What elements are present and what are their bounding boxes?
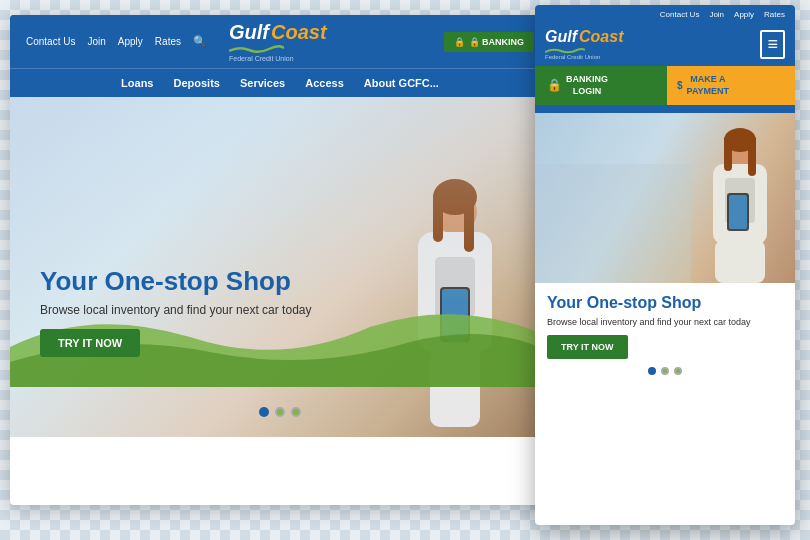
desktop-logo-subtitle: Federal Credit Union xyxy=(229,55,294,62)
mobile-cta-buttons: 🔒 BANKING LOGIN $ MAKE A PAYMENT xyxy=(535,66,795,113)
desktop-join-link[interactable]: Join xyxy=(87,36,105,47)
desktop-try-button[interactable]: TRY IT NOW xyxy=(40,329,140,357)
svg-rect-14 xyxy=(715,240,765,283)
desktop-carousel-dots xyxy=(259,407,301,417)
desktop-dot-1[interactable] xyxy=(259,407,269,417)
desktop-contact-link[interactable]: Contact Us xyxy=(26,36,75,47)
mobile-logo-subtitle: Federal Credit Union xyxy=(545,54,600,60)
mobile-apply-link[interactable]: Apply xyxy=(734,10,754,19)
desktop-screenshot: Contact Us Join Apply Rates 🔍 Gulf Coast… xyxy=(10,15,550,505)
mobile-banking-label-1: BANKING xyxy=(566,74,608,86)
mobile-logo-bar: Gulf Coast Federal Credit Union ≡ xyxy=(535,24,795,66)
mobile-payment-label-2: PAYMENT xyxy=(687,86,730,98)
mobile-payment-label-1: MAKE A xyxy=(687,74,730,86)
desktop-hero-subtitle: Browse local inventory and find your nex… xyxy=(40,303,311,317)
hamburger-menu-icon[interactable]: ≡ xyxy=(760,30,785,59)
desktop-dot-2[interactable] xyxy=(275,407,285,417)
mobile-dot-1[interactable] xyxy=(648,367,656,375)
desktop-rates-link[interactable]: Rates xyxy=(155,36,181,47)
desktop-apply-link[interactable]: Apply xyxy=(118,36,143,47)
desktop-nav-deposits[interactable]: Deposits xyxy=(173,77,219,89)
desktop-nav-about[interactable]: About GCFC... xyxy=(364,77,439,89)
svg-rect-16 xyxy=(724,136,732,171)
mobile-logo: Gulf Coast Federal Credit Union xyxy=(545,28,623,60)
desktop-nav-loans[interactable]: Loans xyxy=(121,77,153,89)
desktop-hero-title: Your One-stop Shop xyxy=(40,266,311,297)
svg-rect-17 xyxy=(748,136,756,176)
desktop-logo-gulf: Gulf xyxy=(229,21,269,44)
mobile-dot-3[interactable] xyxy=(674,367,682,375)
desktop-logo-wave xyxy=(229,44,284,54)
desktop-hero-content: Your One-stop Shop Browse local inventor… xyxy=(40,266,311,357)
desktop-banking-button[interactable]: 🔒 🔒 BANKING xyxy=(444,32,535,52)
mobile-logo-coast: Coast xyxy=(579,28,623,46)
mobile-carousel-dots xyxy=(535,359,795,383)
mobile-logo-wave xyxy=(545,46,585,54)
mobile-try-button[interactable]: TRY IT NOW xyxy=(547,335,628,359)
mobile-screenshot: Contact Us Join Apply Rates Gulf Coast F… xyxy=(535,5,795,525)
svg-rect-13 xyxy=(729,195,747,229)
mobile-rates-link[interactable]: Rates xyxy=(764,10,785,19)
desktop-nav: Loans Deposits Services Access About GCF… xyxy=(10,68,550,97)
dollar-icon: $ xyxy=(677,79,683,92)
mobile-hero-title: Your One-stop Shop xyxy=(547,293,783,312)
desktop-dot-3[interactable] xyxy=(291,407,301,417)
mobile-hero-subtitle: Browse local inventory and find your nex… xyxy=(547,317,783,327)
mobile-banking-label-2: LOGIN xyxy=(566,86,608,98)
mobile-header: Contact Us Join Apply Rates Gulf Coast F… xyxy=(535,5,795,113)
desktop-nav-services[interactable]: Services xyxy=(240,77,285,89)
mobile-dot-2[interactable] xyxy=(661,367,669,375)
mobile-banking-button[interactable]: 🔒 BANKING LOGIN xyxy=(535,66,667,105)
mobile-payment-button[interactable]: $ MAKE A PAYMENT xyxy=(667,66,795,105)
mobile-hero xyxy=(535,113,795,283)
mobile-contact-link[interactable]: Contact Us xyxy=(660,10,700,19)
desktop-header: Contact Us Join Apply Rates 🔍 Gulf Coast… xyxy=(10,15,550,97)
desktop-hero: Your One-stop Shop Browse local inventor… xyxy=(10,97,550,437)
mobile-hero-bg-overlay xyxy=(535,164,691,283)
mobile-hero-content: Your One-stop Shop Browse local inventor… xyxy=(535,283,795,358)
search-icon[interactable]: 🔍 xyxy=(193,35,207,48)
mobile-topbar: Contact Us Join Apply Rates xyxy=(535,5,795,24)
mobile-logo-gulf: Gulf xyxy=(545,28,577,46)
desktop-nav-access[interactable]: Access xyxy=(305,77,344,89)
desktop-logo-coast: Coast xyxy=(271,21,327,44)
desktop-topbar: Contact Us Join Apply Rates 🔍 Gulf Coast… xyxy=(10,15,550,68)
mobile-join-link[interactable]: Join xyxy=(709,10,724,19)
mobile-woman-figure xyxy=(685,128,795,283)
